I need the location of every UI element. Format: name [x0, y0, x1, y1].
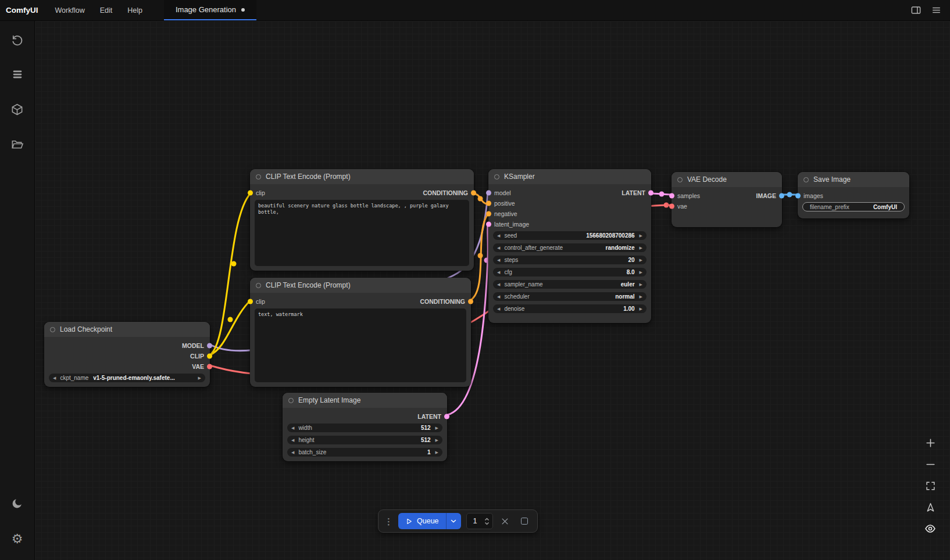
zoom-in-button[interactable]	[923, 436, 937, 450]
port-samples-input[interactable]	[669, 193, 674, 199]
increment-arrow-icon[interactable]: ▶	[435, 450, 438, 454]
node-header[interactable]: Load Checkpoint	[44, 322, 210, 337]
node-load-checkpoint[interactable]: Load Checkpoint MODEL CLIP VAE ◀ ckpt_na	[44, 322, 210, 387]
widget-filename-prefix[interactable]: filename_prefix ComfyUI	[802, 202, 905, 211]
stop-button[interactable]	[517, 514, 531, 528]
increment-arrow-icon[interactable]: ▶	[640, 246, 642, 250]
pointer-mode-button[interactable]	[923, 500, 937, 514]
prev-value-arrow-icon[interactable]: ◀	[53, 376, 56, 380]
queue-button[interactable]: Queue	[398, 513, 446, 529]
queue-options-button[interactable]	[446, 513, 461, 529]
collapse-dot[interactable]	[677, 177, 683, 182]
port-latent-image-input[interactable]	[486, 222, 491, 227]
widget-scheduler[interactable]: ◀ scheduler normal ▶	[493, 292, 647, 301]
workflow-history-button[interactable]	[6, 29, 29, 52]
next-value-arrow-icon[interactable]: ▶	[640, 282, 642, 286]
decrement-arrow-icon[interactable]: ◀	[497, 234, 500, 238]
node-clip-text-encode-negative[interactable]: CLIP Text Encode (Prompt) clip CONDITION…	[250, 278, 471, 387]
theme-toggle-button[interactable]	[6, 493, 29, 516]
node-header[interactable]: KSampler	[488, 169, 651, 184]
increment-arrow-icon[interactable]: ▶	[640, 234, 642, 238]
stepper-up-icon[interactable]	[484, 518, 490, 521]
widget-batch-size[interactable]: ◀ batch_size 1 ▶	[287, 448, 442, 457]
increment-arrow-icon[interactable]: ▶	[640, 258, 642, 262]
settings-button[interactable]: ⚙	[6, 527, 29, 551]
increment-arrow-icon[interactable]: ▶	[435, 438, 438, 442]
collapse-dot[interactable]	[256, 174, 261, 180]
node-save-image[interactable]: Save Image images filename_prefix ComfyU…	[798, 172, 909, 218]
node-vae-decode[interactable]: VAE Decode samples IMAGE vae	[672, 172, 782, 227]
queue-sidebar-button[interactable]	[6, 64, 29, 87]
port-model-output[interactable]	[207, 343, 212, 349]
prompt-textarea[interactable]: text, watermark	[255, 308, 466, 382]
decrement-arrow-icon[interactable]: ◀	[291, 438, 294, 442]
port-latent-output[interactable]	[648, 191, 653, 196]
next-value-arrow-icon[interactable]: ▶	[198, 376, 201, 380]
widget-height[interactable]: ◀ height 512 ▶	[287, 436, 442, 444]
collapse-dot[interactable]	[50, 327, 55, 332]
node-header[interactable]: Empty Latent Image	[283, 393, 447, 408]
node-clip-text-encode-positive[interactable]: CLIP Text Encode (Prompt) clip CONDITION…	[250, 169, 474, 271]
widget-control-after-generate[interactable]: ◀ control_after_generate randomize ▶	[493, 243, 647, 252]
widget-width[interactable]: ◀ width 512 ▶	[287, 423, 442, 432]
port-clip-input[interactable]	[248, 191, 253, 196]
stepper-down-icon[interactable]	[484, 522, 490, 525]
port-vae-input[interactable]	[669, 204, 674, 209]
model-library-button[interactable]	[6, 99, 29, 122]
port-model-input[interactable]	[486, 191, 491, 196]
widget-denoise[interactable]: ◀ denoise 1.00 ▶	[493, 304, 647, 313]
widget-cfg[interactable]: ◀ cfg 8.0 ▶	[493, 268, 647, 277]
zoom-out-button[interactable]	[923, 457, 937, 471]
batch-count-stepper[interactable]: 1	[466, 513, 493, 529]
port-conditioning-output[interactable]	[471, 191, 476, 196]
clear-queue-button[interactable]	[498, 514, 512, 528]
widget-steps[interactable]: ◀ steps 20 ▶	[493, 256, 647, 264]
port-clip-input[interactable]	[248, 299, 253, 304]
menu-workflow[interactable]: Workflow	[48, 0, 92, 20]
node-empty-latent-image[interactable]: Empty Latent Image LATENT ◀ width 512 ▶ …	[283, 393, 447, 461]
port-clip-output[interactable]	[207, 354, 212, 359]
decrement-arrow-icon[interactable]: ◀	[497, 307, 500, 311]
node-header[interactable]: CLIP Text Encode (Prompt)	[250, 278, 471, 293]
collapse-dot[interactable]	[494, 174, 499, 180]
collapse-dot[interactable]	[256, 283, 261, 288]
decrement-arrow-icon[interactable]: ◀	[497, 270, 500, 274]
decrement-arrow-icon[interactable]: ◀	[497, 282, 500, 286]
decrement-arrow-icon[interactable]: ◀	[497, 295, 500, 299]
widget-ckpt-name[interactable]: ◀ ckpt_name v1-5-pruned-emaonly.safete..…	[49, 374, 205, 382]
node-header[interactable]: CLIP Text Encode (Prompt)	[250, 169, 474, 184]
fit-view-button[interactable]	[923, 479, 937, 493]
port-vae-output[interactable]	[207, 364, 212, 369]
tab-image-generation[interactable]: Image Generation	[164, 0, 256, 20]
port-conditioning-output[interactable]	[468, 299, 473, 304]
node-header[interactable]: VAE Decode	[672, 172, 782, 187]
port-latent-output[interactable]	[444, 414, 449, 419]
port-positive-input[interactable]	[486, 201, 491, 206]
decrement-arrow-icon[interactable]: ◀	[497, 246, 500, 250]
increment-arrow-icon[interactable]: ▶	[640, 270, 642, 274]
node-header[interactable]: Save Image	[798, 172, 909, 187]
decrement-arrow-icon[interactable]: ◀	[291, 450, 294, 454]
port-image-output[interactable]	[779, 193, 784, 199]
toggle-visibility-button[interactable]	[923, 522, 937, 536]
collapse-dot[interactable]	[288, 398, 294, 403]
node-ksampler[interactable]: KSampler model LATENT positive negative	[488, 169, 651, 323]
widget-sampler-name[interactable]: ◀ sampler_name euler ▶	[493, 280, 647, 289]
port-images-input[interactable]	[795, 193, 801, 199]
collapse-dot[interactable]	[803, 177, 809, 182]
drag-handle-icon[interactable]: ⋮	[384, 517, 393, 526]
increment-arrow-icon[interactable]: ▶	[435, 426, 438, 430]
panel-toggle-icon[interactable]	[910, 5, 922, 16]
prompt-textarea[interactable]: beautiful scenery nature glass bottle la…	[255, 200, 469, 266]
node-canvas[interactable]: Load Checkpoint MODEL CLIP VAE ◀ ckpt_na	[35, 21, 950, 560]
widget-seed[interactable]: ◀ seed 156680208700286 ▶	[493, 231, 647, 240]
decrement-arrow-icon[interactable]: ◀	[291, 426, 294, 430]
hamburger-menu-icon[interactable]	[931, 5, 942, 16]
decrement-arrow-icon[interactable]: ◀	[497, 258, 500, 262]
port-negative-input[interactable]	[486, 211, 491, 217]
workflows-folder-button[interactable]	[6, 134, 29, 157]
next-value-arrow-icon[interactable]: ▶	[640, 295, 642, 299]
menu-help[interactable]: Help	[120, 0, 150, 20]
menu-edit[interactable]: Edit	[92, 0, 120, 20]
increment-arrow-icon[interactable]: ▶	[640, 307, 642, 311]
